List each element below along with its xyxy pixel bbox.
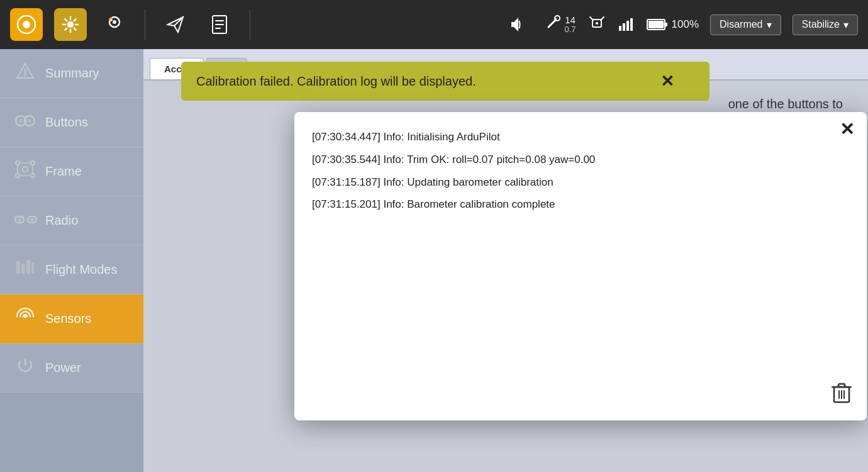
sensors-icon [14, 308, 36, 330]
log-line-1: [07:30:34.447] Info: Initialising ArduPi… [312, 130, 849, 145]
svg-point-26 [31, 161, 35, 165]
sensors-label: Sensors [45, 312, 91, 326]
sidebar-item-flight-modes[interactable]: Flight Modes [0, 245, 143, 295]
svg-point-20 [25, 75, 26, 77]
flight-modes-label: Flight Modes [45, 262, 118, 277]
svg-point-29 [23, 167, 28, 172]
dialog-close-button[interactable]: ✕ [840, 121, 854, 138]
svg-point-28 [31, 174, 35, 177]
svg-rect-13 [619, 26, 621, 31]
sidebar: Summary Buttons [0, 49, 143, 472]
log-line-3: [07:31:15.187] Info: Updating barometer … [312, 175, 849, 190]
sidebar-item-sensors[interactable]: Sensors [0, 295, 143, 344]
summary-icon [14, 62, 36, 85]
calibration-banner: Calibration failed. Calibration log will… [181, 62, 709, 101]
stabilize-button[interactable]: Stabilize ▾ [793, 14, 858, 35]
svg-point-6 [113, 20, 116, 24]
sidebar-item-summary[interactable]: Summary [0, 49, 143, 98]
home-icon[interactable] [10, 8, 43, 41]
flight-modes-icon [14, 259, 36, 281]
log-line-4: [07:31:15.201] Info: Barometer calibrati… [312, 197, 849, 212]
speaker-icon[interactable] [500, 8, 533, 41]
svg-rect-19 [665, 23, 667, 26]
toolbar: 8 [0, 0, 868, 49]
power-icon [14, 357, 36, 379]
svg-point-25 [16, 161, 19, 165]
wrench-icon [544, 14, 562, 35]
bars-signal-icon [618, 16, 635, 34]
svg-point-38 [24, 315, 27, 318]
toolbar-divider-1 [145, 9, 145, 40]
sidebar-item-radio[interactable]: Radio [0, 196, 143, 245]
svg-rect-37 [31, 262, 34, 274]
svg-rect-16 [630, 18, 633, 31]
svg-rect-36 [26, 260, 30, 274]
signal-wrench-group: 14 0.7 [544, 14, 576, 35]
log-dialog: ✕ [07:30:34.447] Info: Initialising Ardu… [294, 112, 867, 420]
trash-icon[interactable] [832, 382, 852, 409]
svg-point-27 [16, 174, 19, 177]
content-area: Accel Co one of the buttons to Calibrati… [143, 49, 868, 472]
main-layout: Summary Buttons [0, 49, 868, 472]
telemetry-icon [587, 14, 606, 35]
frame-icon [14, 160, 36, 183]
power-label: Power [45, 361, 81, 375]
battery-icon: 100% [647, 18, 699, 31]
gear-icon[interactable] [54, 8, 87, 41]
svg-point-33 [30, 218, 34, 222]
radio-label: Radio [45, 213, 78, 228]
svg-point-31 [18, 218, 21, 222]
sidebar-item-frame[interactable]: Frame [0, 147, 143, 196]
banner-close-button[interactable]: ✕ [657, 73, 678, 89]
document-icon[interactable] [203, 8, 236, 41]
radio-icon [14, 211, 36, 231]
svg-point-22 [19, 119, 23, 123]
sidebar-item-power[interactable]: Power [0, 344, 143, 393]
buttons-icon [14, 113, 36, 133]
signal-value: 14 0.7 [564, 15, 576, 35]
toolbar-right: 14 0.7 1 [500, 8, 858, 41]
log-line-2: [07:30:35.544] Info: Trim OK: roll=0.07 … [312, 152, 849, 167]
disarmed-button[interactable]: Disarmed ▾ [710, 14, 781, 35]
svg-point-12 [596, 22, 598, 25]
summary-label: Summary [45, 66, 99, 81]
svg-point-24 [28, 119, 31, 123]
svg-rect-14 [623, 23, 625, 31]
svg-rect-18 [648, 21, 664, 28]
sidebar-item-buttons[interactable]: Buttons [0, 98, 143, 147]
svg-rect-15 [626, 21, 629, 31]
svg-rect-35 [21, 264, 25, 274]
buttons-label: Buttons [45, 115, 88, 130]
toolbar-divider-2 [250, 9, 250, 40]
frame-label: Frame [45, 164, 82, 179]
calibration-banner-text: Calibration failed. Calibration log will… [196, 74, 476, 89]
svg-point-1 [23, 21, 30, 28]
location-icon[interactable]: 8 [98, 8, 131, 41]
send-icon[interactable] [159, 8, 192, 41]
svg-rect-34 [16, 261, 20, 274]
